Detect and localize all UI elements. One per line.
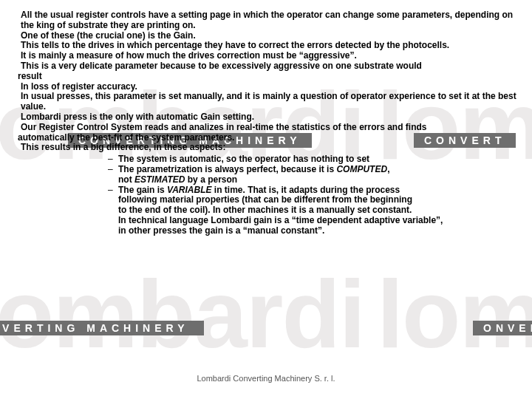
- paragraph: result: [18, 72, 528, 82]
- list-item: – The parametrization is always perfect,…: [108, 165, 528, 175]
- list-item: – The gain is VARIABLE in time. That is,…: [108, 185, 528, 196]
- bullet-dash-icon: –: [108, 154, 113, 165]
- paragraph: This is a very delicate parameter becaus…: [21, 61, 528, 72]
- footer-company-name: Lombardi Converting Machinery S. r. l.: [0, 374, 532, 383]
- paragraph: Lombardi press is the only with automati…: [21, 112, 528, 123]
- list-item-continuation: in other presses the gain is a “manual c…: [108, 226, 528, 236]
- paragraph: automatically the best-fit of the system…: [18, 133, 528, 143]
- watermark-tag: ONVERT: [473, 321, 532, 335]
- paragraph: This tells to the drives in which percen…: [21, 41, 528, 51]
- list-item-continuation: In technical language Lombardi gain is a…: [108, 216, 528, 226]
- slide-body: All the usual register controls have a s…: [21, 10, 528, 236]
- bullet-dash-icon: –: [108, 185, 113, 196]
- list-item-continuation: to the end of the coil). In other machin…: [108, 205, 528, 216]
- list-item-continuation: following material properties (that can …: [108, 195, 528, 205]
- list-item-text: The gain is VARIABLE in time. That is, i…: [118, 185, 400, 195]
- list-item: – The system is automatic, so the operat…: [108, 154, 528, 165]
- list-item-continuation: not ESTIMATED by a person: [108, 175, 528, 185]
- list-item-text: The system is automatic, so the operator…: [118, 154, 369, 164]
- watermark-word: lombardi: [0, 266, 364, 362]
- paragraph: It is mainly a measure of how much the d…: [21, 51, 528, 61]
- paragraph: All the usual register controls have a s…: [21, 10, 528, 31]
- watermark-word: lom: [377, 266, 532, 362]
- paragraph: One of these (the crucial one) is the Ga…: [21, 31, 528, 41]
- paragraph: In usual presses, this parameter is set …: [21, 92, 528, 112]
- bullet-list: – The system is automatic, so the operat…: [21, 154, 528, 236]
- watermark-tag: CONVERTING MACHINERY: [0, 321, 204, 335]
- list-item-text: The parametrization is always perfect, b…: [118, 164, 389, 174]
- paragraph: Our Register Control System reads and an…: [21, 123, 528, 133]
- paragraph: In loss of register accuracy.: [21, 82, 528, 92]
- bullet-dash-icon: –: [108, 165, 113, 175]
- paragraph: This results in a big difference, in the…: [21, 143, 528, 153]
